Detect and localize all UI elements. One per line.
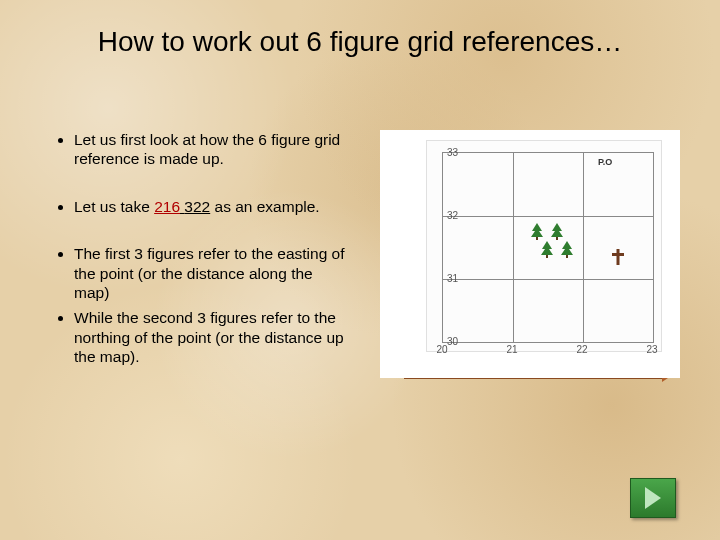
tree-icon [560, 240, 574, 258]
svg-rect-5 [546, 255, 548, 258]
cross-icon [610, 248, 626, 266]
easting-value: 216 [154, 198, 180, 215]
tree-icon [550, 222, 564, 240]
x-tick-21: 21 [506, 344, 517, 355]
x-tick-22: 22 [576, 344, 587, 355]
bullet-3: The first 3 figures refer to the easting… [74, 244, 350, 302]
slide-title: How to work out 6 figure grid references… [0, 26, 720, 58]
y-tick-31: 31 [447, 273, 458, 284]
tree-icon [540, 240, 554, 258]
svg-rect-7 [566, 255, 568, 258]
northing-value: 322 [184, 198, 210, 215]
svg-rect-9 [612, 253, 624, 256]
svg-rect-8 [617, 249, 620, 265]
y-tick-30: 30 [447, 336, 458, 347]
svg-marker-0 [531, 223, 543, 237]
play-icon [645, 487, 661, 509]
next-button[interactable] [630, 478, 676, 518]
svg-marker-2 [551, 223, 563, 237]
svg-rect-3 [556, 237, 558, 240]
x-tick-20: 20 [436, 344, 447, 355]
y-tick-32: 32 [447, 210, 458, 221]
bullet-2-pre: Let us take [74, 198, 154, 215]
bullet-list: Let us first look at how the 6 figure gr… [50, 130, 350, 394]
grid-figure: 33 32 31 30 20 21 22 23 P.O [380, 130, 680, 378]
svg-marker-6 [561, 241, 573, 255]
svg-rect-1 [536, 237, 538, 240]
y-tick-33: 33 [447, 147, 458, 158]
bullet-4: While the second 3 figures refer to the … [74, 308, 350, 366]
bullet-2: Let us take 216 322 as an example. [74, 197, 350, 216]
x-tick-23: 23 [646, 344, 657, 355]
bullet-2-post: as an example. [210, 198, 319, 215]
svg-marker-4 [541, 241, 553, 255]
tree-icon [530, 222, 544, 240]
po-label: P.O [598, 157, 612, 167]
bullet-1: Let us first look at how the 6 figure gr… [74, 130, 350, 169]
